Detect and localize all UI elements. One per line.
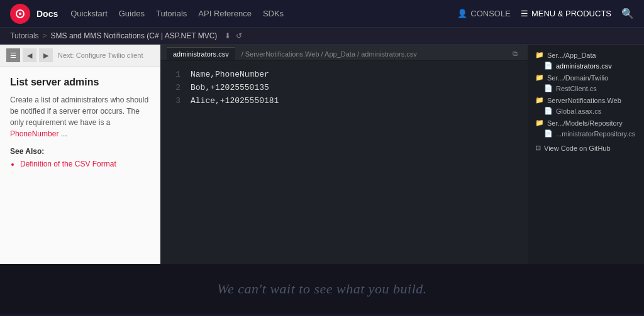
nav-menu-products-button[interactable]: ☰ MENU & PRODUCTS [521,9,611,18]
nav-brand: Docs [36,9,58,19]
github-icon: ⊡ [535,144,541,152]
nav-guides[interactable]: Guides [119,9,145,18]
left-content: List server admins Create a list of admi… [0,67,160,264]
sidebar-folder-domain-twilio[interactable]: 📁 Ser.../Domain/Twilio [535,74,636,82]
tutorial-next-label: Next: Configure Twilio client [58,52,143,59]
left-panel: ☰ ◀ ▶ Next: Configure Twilio client List… [0,45,160,264]
see-also-list: Definition of the CSV Format [10,160,150,168]
refresh-icon[interactable]: ↺ [236,31,242,40]
download-icon[interactable]: ⬇ [225,31,231,40]
folder-icon-2: 📁 [535,74,544,82]
breadcrumb-tutorials[interactable]: Tutorials [10,31,39,40]
file-icon-2: 📄 [544,84,553,92]
logo-icon [16,9,25,18]
line-content-3: Alice,+12025550181 [191,95,279,108]
footer: We can't wait to see what you build. [0,264,644,314]
section-description: Create a list of administrators who shou… [10,94,150,139]
code-editor: administrators.csv / ServerNotifications… [160,45,528,264]
breadcrumb-icons: ⬇ ↺ [225,31,242,40]
file-icon-3: 📄 [544,107,553,115]
code-line-1: 1 Name,PhoneNumber [170,68,518,82]
tutorial-nav: ☰ ◀ ▶ Next: Configure Twilio client [0,45,160,67]
top-nav: Docs Quickstart Guides Tutorials API Ref… [0,0,644,28]
nav-tutorials[interactable]: Tutorials [156,9,187,18]
sidebar-file-admins-repository[interactable]: 📄 ...ministratorRepository.cs [535,129,636,138]
line-content-2: Bob,+12025550135 [191,82,269,95]
menu-icon: ☰ [521,9,528,18]
user-icon: 👤 [457,9,467,18]
line-number-2: 2 [170,82,180,95]
code-tab-bar: administrators.csv / ServerNotifications… [160,45,528,61]
folder-icon-3: 📁 [535,96,544,104]
nav-api-reference[interactable]: API Reference [198,9,252,18]
code-tab-administrators[interactable]: administrators.csv [167,47,235,60]
nav-right: 👤 CONSOLE ☰ MENU & PRODUCTS 🔍 [457,8,634,19]
sidebar-folder-app-data[interactable]: 📁 Ser.../App_Data [535,51,636,59]
section-title: List server admins [10,77,150,88]
file-icon: 📄 [544,62,553,70]
breadcrumb-current: SMS and MMS Notifications (C# | ASP.NET … [51,31,218,40]
nav-links: Quickstart Guides Tutorials API Referenc… [70,9,457,18]
main-area: ☰ ◀ ▶ Next: Configure Twilio client List… [0,45,644,264]
folder-icon: 📁 [535,51,544,59]
code-line-3: 3 Alice,+12025550181 [170,95,518,108]
sidebar-file-global-asax[interactable]: 📄 Global.asax.cs [535,107,636,115]
sidebar-file-restclient[interactable]: 📄 RestClient.cs [535,84,636,92]
phone-number-link[interactable]: PhoneNumber [10,129,58,138]
tutorial-prev-button[interactable]: ◀ [23,48,36,62]
breadcrumb-sep: > [43,31,47,40]
see-also-title: See Also: [10,147,150,156]
sidebar-folder-models-repository[interactable]: 📁 Ser.../Models/Repository [535,119,636,127]
line-number-1: 1 [170,68,180,82]
file-icon-4: 📄 [544,129,553,138]
nav-sdks[interactable]: SDKs [263,9,284,18]
sidebar-file-administrators-csv[interactable]: 📄 administrators.csv [535,62,636,70]
tutorial-list-button[interactable]: ☰ [6,48,20,62]
code-tab-path: / ServerNotifications.Web / App_Data / a… [235,48,423,60]
code-line-2: 2 Bob,+12025550135 [170,82,518,95]
nav-quickstart[interactable]: Quickstart [70,9,108,18]
line-content-1: Name,PhoneNumber [191,68,269,82]
footer-tagline: We can't wait to see what you build. [217,281,427,297]
line-number-3: 3 [170,95,180,108]
right-sidebar: 📁 Ser.../App_Data 📄 administrators.csv 📁… [528,45,644,264]
nav-console-button[interactable]: 👤 CONSOLE [457,9,511,18]
sidebar-folder-server-notifications[interactable]: 📁 ServerNotifications.Web [535,96,636,104]
tutorial-play-button[interactable]: ▶ [39,48,53,62]
folder-icon-4: 📁 [535,119,544,127]
github-link[interactable]: ⊡ View Code on GitHub [535,144,636,152]
see-also-item[interactable]: Definition of the CSV Format [20,160,150,168]
code-body: 1 Name,PhoneNumber 2 Bob,+12025550135 3 … [160,61,528,264]
logo [10,4,30,24]
copy-button[interactable]: ⧉ [509,48,521,59]
breadcrumb: Tutorials > SMS and MMS Notifications (C… [0,28,644,45]
search-icon[interactable]: 🔍 [621,8,634,19]
